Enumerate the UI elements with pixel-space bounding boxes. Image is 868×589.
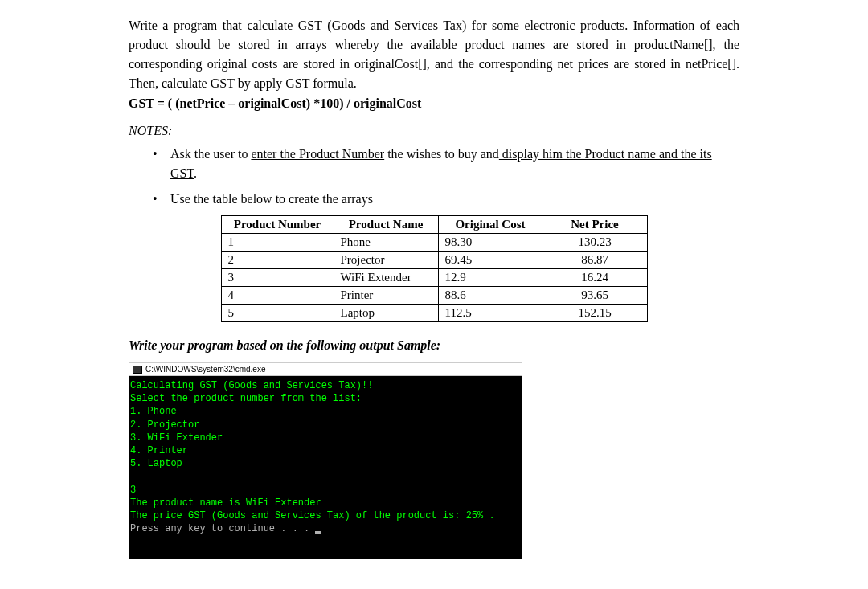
cell-price: 93.65 (542, 287, 647, 305)
cell-num: 4 (221, 287, 334, 305)
term-line: 4. Printer (130, 445, 188, 456)
terminal-body: Calculating GST (Goods and Services Tax)… (129, 376, 522, 559)
cell-name: Laptop (334, 305, 438, 322)
cell-name: Printer (334, 287, 438, 305)
header-product-number: Product Number (221, 216, 334, 234)
table-row: 4 Printer 88.6 93.65 (221, 287, 647, 305)
table-row: 3 WiFi Extender 12.9 16.24 (221, 269, 647, 287)
notes-item-2: Use the table below to create the arrays (153, 190, 739, 209)
cell-cost: 12.9 (438, 269, 542, 287)
term-line: 3 (130, 485, 136, 496)
notes-item-1-prefix: Ask the user to (170, 147, 251, 161)
term-line: 5. Laptop (130, 458, 182, 469)
cmd-icon (133, 366, 142, 374)
product-table: Product Number Product Name Original Cos… (221, 215, 648, 322)
cell-num: 2 (221, 252, 334, 269)
term-line: 3. WiFi Extender (130, 432, 223, 444)
intro-paragraph: Write a program that calculate GST (Good… (129, 16, 739, 93)
terminal-window: C:\WINDOWS\system32\cmd.exe Calculating … (129, 362, 522, 559)
cell-cost: 69.45 (438, 252, 542, 269)
term-line: 2. Projector (130, 419, 199, 431)
term-line: The product name is WiFi Extender (130, 497, 321, 509)
term-line-continue: Press any key to continue . . . (130, 523, 315, 534)
header-original-cost: Original Cost (438, 216, 542, 234)
cell-name: WiFi Extender (334, 269, 438, 287)
notes-list: Ask the user to enter the Product Number… (129, 145, 739, 209)
cell-num: 1 (221, 234, 334, 252)
term-line: Calculating GST (Goods and Services Tax)… (130, 380, 373, 391)
cell-cost: 112.5 (438, 305, 542, 322)
gst-formula: GST = ( (netPrice – originalCost) *100) … (129, 96, 739, 111)
header-product-name: Product Name (334, 216, 438, 234)
cell-price: 130.23 (542, 234, 647, 252)
notes-item-1: Ask the user to enter the Product Number… (153, 145, 739, 183)
notes-item-1-suffix: . (194, 166, 197, 180)
cell-price: 16.24 (542, 269, 647, 287)
table-header-row: Product Number Product Name Original Cos… (221, 216, 647, 234)
cell-price: 152.15 (542, 305, 647, 322)
cell-cost: 88.6 (438, 287, 542, 305)
header-net-price: Net Price (542, 216, 647, 234)
cell-cost: 98.30 (438, 234, 542, 252)
cell-name: Phone (334, 234, 438, 252)
notes-header: NOTES: (129, 124, 739, 138)
term-line: Select the product number from the list: (130, 393, 362, 404)
term-line: 1. Phone (130, 406, 177, 417)
output-sample-prompt: Write your program based on the followin… (129, 338, 739, 353)
terminal-title-text: C:\WINDOWS\system32\cmd.exe (145, 365, 265, 374)
cell-price: 86.87 (542, 252, 647, 269)
cell-num: 3 (221, 269, 334, 287)
cursor-icon (315, 531, 321, 534)
table-row: 5 Laptop 112.5 152.15 (221, 305, 647, 322)
table-row: 2 Projector 69.45 86.87 (221, 252, 647, 269)
term-line: The price GST (Goods and Services Tax) o… (130, 510, 495, 522)
table-row: 1 Phone 98.30 130.23 (221, 234, 647, 252)
notes-item-1-mid: the wishes to buy and (384, 147, 499, 161)
notes-item-1-underline1: enter the Product Number (251, 147, 384, 161)
cell-name: Projector (334, 252, 438, 269)
terminal-titlebar: C:\WINDOWS\system32\cmd.exe (129, 362, 522, 376)
cell-num: 5 (221, 305, 334, 322)
